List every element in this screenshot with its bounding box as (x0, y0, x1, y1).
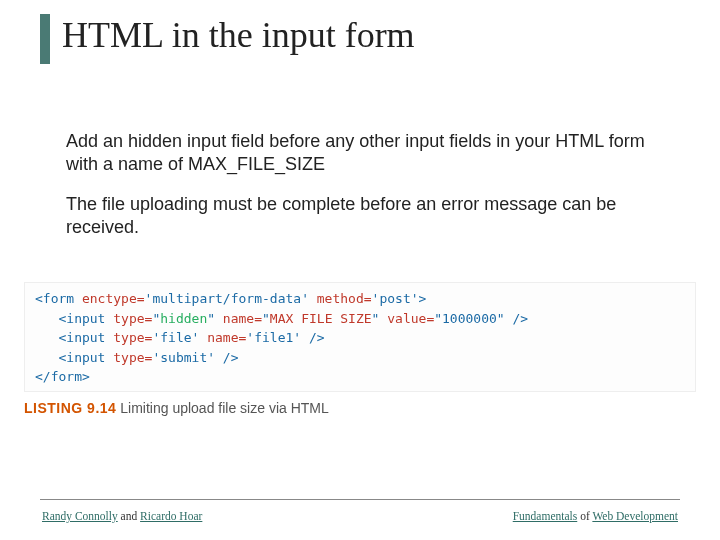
code-token: name= (199, 330, 246, 345)
footer-divider (40, 499, 680, 500)
code-token: <form (35, 291, 74, 306)
code-token: 'file1' (246, 330, 301, 345)
code-token: /> (505, 311, 528, 326)
code-highlight-hidden: hidden (160, 311, 207, 326)
code-token: /> (301, 330, 324, 345)
footer-and: and (118, 510, 140, 522)
code-token: enctype= (74, 291, 144, 306)
accent-bar (40, 14, 50, 64)
code-token: <input (58, 350, 105, 365)
code-token: "1000000" (434, 311, 504, 326)
footer-authors: Randy Connolly and Ricardo Hoar (42, 510, 202, 522)
code-token: > (419, 291, 427, 306)
code-token: /> (215, 350, 238, 365)
code-token: 'submit' (152, 350, 215, 365)
code-token: </form> (35, 369, 90, 384)
code-token: 'multipart/form-data' (145, 291, 309, 306)
code-token: <input (58, 330, 105, 345)
code-token: " (207, 311, 215, 326)
paragraph-2: The file uploading must be complete befo… (66, 193, 654, 238)
book-word-2: Web Development (592, 510, 678, 522)
listing-caption-text: Limiting upload file size via HTML (116, 400, 328, 416)
author-1: Randy Connolly (42, 510, 118, 522)
code-token: name= (215, 311, 262, 326)
author-2: Ricardo Hoar (140, 510, 202, 522)
code-token: type= (105, 330, 152, 345)
code-token: 'post' (372, 291, 419, 306)
code-token: type= (105, 350, 152, 365)
code-token: 'file' (152, 330, 199, 345)
code-token: " (262, 311, 270, 326)
footer-of: of (577, 510, 592, 522)
code-token: value= (379, 311, 434, 326)
listing-caption: LISTING 9.14 Limiting upload file size v… (24, 400, 329, 416)
listing-number: LISTING 9.14 (24, 400, 116, 416)
slide-title: HTML in the input form (62, 14, 415, 56)
code-highlight-maxfilesize: MAX FILE SIZE (270, 311, 372, 326)
footer-book-title: Fundamentals of Web Development (513, 510, 678, 522)
code-token: method= (309, 291, 372, 306)
paragraph-1: Add an hidden input field before any oth… (66, 130, 654, 175)
book-word-1: Fundamentals (513, 510, 578, 522)
code-token: type= (105, 311, 152, 326)
code-listing: <form enctype='multipart/form-data' meth… (24, 282, 696, 392)
code-token: <input (58, 311, 105, 326)
body-text: Add an hidden input field before any oth… (66, 130, 654, 256)
